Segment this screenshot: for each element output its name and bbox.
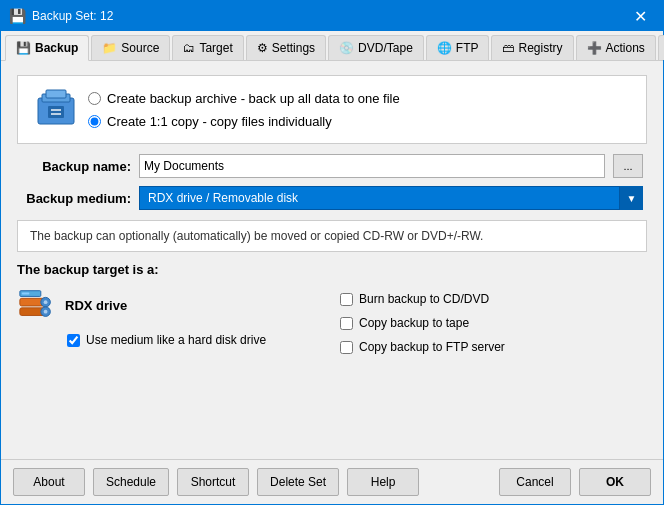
svg-rect-5: [51, 113, 61, 115]
settings-tab-label: Settings: [272, 41, 315, 55]
tab-cloud[interactable]: ☁ Cloud: [658, 35, 664, 60]
radio-archive-input[interactable]: [88, 92, 101, 105]
radio-archive[interactable]: Create backup archive - back up all data…: [88, 91, 400, 106]
svg-point-8: [44, 300, 48, 304]
about-button[interactable]: About: [13, 468, 85, 496]
backup-medium-row: Backup medium: RDX drive / Removable dis…: [21, 186, 643, 210]
tab-backup[interactable]: 💾 Backup: [5, 35, 89, 61]
tab-actions[interactable]: ➕ Actions: [576, 35, 656, 60]
backup-archive-icon: [34, 86, 78, 133]
title-bar: 💾 Backup Set: 12 ✕: [1, 1, 663, 31]
rdx-drive-label: RDX drive: [65, 298, 127, 313]
delete-set-button[interactable]: Delete Set: [257, 468, 339, 496]
copy-ftp-label: Copy backup to FTP server: [359, 340, 505, 354]
schedule-button[interactable]: Schedule: [93, 468, 169, 496]
svg-rect-4: [51, 109, 61, 111]
cancel-button[interactable]: Cancel: [499, 468, 571, 496]
target-title: The backup target is a:: [17, 262, 324, 277]
source-tab-label: Source: [121, 41, 159, 55]
tab-bar: 💾 Backup 📁 Source 🗂 Target ⚙ Settings 💿 …: [1, 31, 663, 61]
medium-select-container: RDX drive / Removable disk ▼: [139, 186, 643, 210]
svg-rect-13: [22, 293, 30, 295]
copy-ftp-checkbox-row[interactable]: Copy backup to FTP server: [340, 340, 647, 354]
backup-name-label: Backup name:: [21, 159, 131, 174]
target-section: The backup target is a:: [17, 262, 647, 445]
backup-name-row: Backup name: ...: [21, 154, 643, 178]
copy-tape-checkbox[interactable]: [340, 317, 353, 330]
footer: About Schedule Shortcut Delete Set Help …: [1, 459, 663, 504]
main-content: Create backup archive - back up all data…: [1, 61, 663, 459]
hard-disk-checkbox[interactable]: [67, 334, 80, 347]
tab-ftp[interactable]: 🌐 FTP: [426, 35, 490, 60]
copy-tape-label: Copy backup to tape: [359, 316, 469, 330]
actions-tab-label: Actions: [606, 41, 645, 55]
radio-archive-label: Create backup archive - back up all data…: [107, 91, 400, 106]
hard-disk-checkbox-row[interactable]: Use medium like a hard disk drive: [67, 333, 324, 347]
svg-rect-2: [46, 90, 66, 98]
copy-tape-checkbox-row[interactable]: Copy backup to tape: [340, 316, 647, 330]
backup-tab-label: Backup: [35, 41, 78, 55]
source-tab-icon: 📁: [102, 41, 117, 55]
settings-tab-icon: ⚙: [257, 41, 268, 55]
footer-left-buttons: About Schedule Shortcut Delete Set Help: [13, 468, 419, 496]
ftp-tab-icon: 🌐: [437, 41, 452, 55]
radio-copy-label: Create 1:1 copy - copy files individuall…: [107, 114, 332, 129]
registry-tab-icon: 🗃: [502, 41, 514, 55]
close-button[interactable]: ✕: [625, 1, 655, 31]
tab-registry[interactable]: 🗃 Registry: [491, 35, 573, 60]
info-text: The backup can optionally (automatically…: [17, 220, 647, 252]
target-tab-label: Target: [199, 41, 232, 55]
target-right: Burn backup to CD/DVD Copy backup to tap…: [340, 262, 647, 445]
rdx-device: RDX drive: [17, 285, 324, 325]
burn-cd-checkbox-row[interactable]: Burn backup to CD/DVD: [340, 292, 647, 306]
target-left: The backup target is a:: [17, 262, 324, 445]
ok-button[interactable]: OK: [579, 468, 651, 496]
burn-cd-label: Burn backup to CD/DVD: [359, 292, 489, 306]
copy-ftp-checkbox[interactable]: [340, 341, 353, 354]
actions-tab-icon: ➕: [587, 41, 602, 55]
backup-name-input[interactable]: [139, 154, 605, 178]
target-tab-icon: 🗂: [183, 41, 195, 55]
tab-target[interactable]: 🗂 Target: [172, 35, 243, 60]
help-button[interactable]: Help: [347, 468, 419, 496]
backup-tab-icon: 💾: [16, 41, 31, 55]
main-window: 💾 Backup Set: 12 ✕ 💾 Backup 📁 Source 🗂 T…: [0, 0, 664, 505]
ftp-tab-label: FTP: [456, 41, 479, 55]
radio-copy-input[interactable]: [88, 115, 101, 128]
medium-select[interactable]: RDX drive / Removable disk: [139, 186, 643, 210]
footer-right-buttons: Cancel OK: [499, 468, 651, 496]
backup-medium-label: Backup medium:: [21, 191, 131, 206]
dvd-tab-label: DVD/Tape: [358, 41, 413, 55]
radio-options: Create backup archive - back up all data…: [88, 91, 400, 129]
form-section: Backup name: ... Backup medium: RDX driv…: [17, 154, 647, 210]
svg-point-11: [44, 310, 48, 314]
shortcut-button[interactable]: Shortcut: [177, 468, 249, 496]
window-title: Backup Set: 12: [32, 9, 625, 23]
browse-button[interactable]: ...: [613, 154, 643, 178]
registry-tab-label: Registry: [518, 41, 562, 55]
tab-settings[interactable]: ⚙ Settings: [246, 35, 326, 60]
window-icon: 💾: [9, 8, 26, 24]
radio-copy[interactable]: Create 1:1 copy - copy files individuall…: [88, 114, 400, 129]
tab-source[interactable]: 📁 Source: [91, 35, 170, 60]
hard-disk-checkbox-label: Use medium like a hard disk drive: [86, 333, 266, 347]
dvd-tab-icon: 💿: [339, 41, 354, 55]
svg-rect-3: [48, 106, 64, 118]
tab-dvd[interactable]: 💿 DVD/Tape: [328, 35, 424, 60]
rdx-drive-icon: [17, 285, 57, 325]
burn-cd-checkbox[interactable]: [340, 293, 353, 306]
